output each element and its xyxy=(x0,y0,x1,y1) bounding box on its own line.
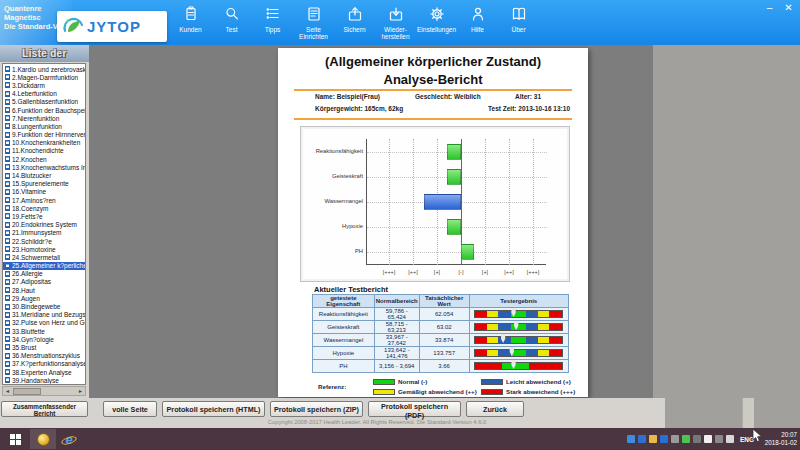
column-header: getestete Eigenschaft xyxy=(313,295,375,308)
tray-icon-2[interactable] xyxy=(638,435,646,443)
toolbar-wiederherstellen[interactable]: Wieder- herstellen xyxy=(375,4,416,41)
sidebar-report-item[interactable]: 17.Aminos?ren xyxy=(3,196,85,204)
report-list-hscrollbar[interactable]: ◄ ► xyxy=(2,386,86,396)
patient-age: Alter: 31 xyxy=(515,93,541,100)
summary-report-button[interactable]: Zusammenfassender Bericht xyxy=(1,401,88,417)
result-bar-segment-yellow xyxy=(487,311,498,317)
sidebar-report-item[interactable]: 10.Knochenkrankheiten xyxy=(3,139,85,147)
sidebar-report-item[interactable]: 21.Immunsystem xyxy=(3,229,85,237)
scroll-right-arrow-icon[interactable]: ► xyxy=(76,388,85,394)
sidebar-item-label: 31.Meridiane und Bezugssysteme xyxy=(12,311,86,318)
taskbar-app-browser[interactable]: e xyxy=(56,429,82,449)
sidebar-report-item[interactable]: 27.Adipositas xyxy=(3,278,85,286)
sidebar-item-label: 10.Knochenkrankheiten xyxy=(12,139,80,146)
scroll-left-arrow-icon[interactable]: ◄ xyxy=(3,388,12,394)
tray-icon-10[interactable] xyxy=(726,435,734,443)
sidebar-report-item[interactable]: 36.Menstruationszyklus xyxy=(3,352,85,360)
sidebar-report-item[interactable]: 1.Kardio und zerebrovaskul?es Sy xyxy=(3,65,85,73)
result-bar-segment-red xyxy=(475,337,486,343)
toolbar-hilfe[interactable]: Hilfe xyxy=(457,4,498,41)
sidebar-report-item[interactable]: 26.Allergie xyxy=(3,270,85,278)
report-document-icon xyxy=(5,320,10,326)
sidebar-report-item[interactable]: 14.Blutzucker xyxy=(3,171,85,179)
toolbar-seite-einrichten[interactable]: Seite Einrichten xyxy=(293,4,334,41)
table-row: Wassermangel33,967 - 37,64233.874 xyxy=(313,334,569,347)
save-html-button[interactable]: Protokoll speichern (HTML) xyxy=(162,401,265,417)
sidebar-report-item[interactable]: 13.Knochenwachstums Index xyxy=(3,163,85,171)
result-bar-segment-yellow xyxy=(538,311,549,317)
sidebar-report-item[interactable]: 33.Blutfette xyxy=(3,327,85,335)
toolbar-test[interactable]: Test xyxy=(211,4,252,41)
sidebar-report-item[interactable]: 3.Dickdarm xyxy=(3,81,85,89)
sidebar-report-item[interactable]: 5.Gallenblasenfunktion xyxy=(3,98,85,106)
result-bar xyxy=(474,349,563,357)
sidebar-report-item[interactable]: 2.Magen-Darmfunktion xyxy=(3,73,85,81)
sidebar-report-item[interactable]: 31.Meridiane und Bezugssysteme xyxy=(3,311,85,319)
hscroll-thumb[interactable] xyxy=(13,388,41,395)
patient-gender: Geschlecht: Weiblich xyxy=(415,93,481,100)
taskbar-app-analyzer[interactable] xyxy=(30,429,56,449)
sidebar-report-item[interactable]: 18.Coenzym xyxy=(3,204,85,212)
save-pdf-button[interactable]: Protokoll speichern (PDF) xyxy=(368,401,461,417)
windows-taskbar: e ENG 20:07 2018-01-02 xyxy=(0,428,800,450)
tray-icon-1[interactable] xyxy=(627,435,635,443)
sidebar-report-item[interactable]: 19.Fetts?e xyxy=(3,212,85,220)
sidebar-item-label: 13.Knochenwachstums Index xyxy=(12,164,86,171)
sidebar-report-item[interactable]: 23.Homotoxine xyxy=(3,245,85,253)
sidebar-report-item[interactable]: 34.Gyn?ologie xyxy=(3,335,85,343)
tray-icon-6[interactable] xyxy=(682,435,690,443)
minimize-button[interactable]: – xyxy=(763,2,776,13)
report-list: 1.Kardio und zerebrovaskul?es Sy2.Magen-… xyxy=(2,63,86,385)
tray-icon-7[interactable] xyxy=(693,435,701,443)
test-result-cell xyxy=(469,308,568,321)
tray-icon-9[interactable] xyxy=(715,435,723,443)
tray-language-indicator[interactable]: ENG xyxy=(740,436,754,443)
sidebar-report-item[interactable]: 12.Knochen xyxy=(3,155,85,163)
sidebar-report-item[interactable]: 30.Bindegewebe xyxy=(3,302,85,310)
test-icon xyxy=(224,6,240,23)
sidebar-report-item[interactable]: 38.Experten Analyse xyxy=(3,368,85,376)
sidebar-report-item[interactable]: 8.Lungenfunktion xyxy=(3,122,85,130)
property-cell: Wassermangel xyxy=(313,334,375,347)
full-page-button[interactable]: volle Seite xyxy=(103,401,157,417)
tray-icon-5[interactable] xyxy=(671,435,679,443)
sidebar-report-item[interactable]: 9.Funktion der Hirnnerven xyxy=(3,131,85,139)
back-button[interactable]: Zurück xyxy=(466,401,524,417)
start-button[interactable] xyxy=(0,428,30,450)
report-document-icon xyxy=(5,263,10,269)
sidebar-report-item[interactable]: 32.Pulse von Herz und Gehirn xyxy=(3,319,85,327)
save-zip-button[interactable]: Protokoll speichern (ZIP) xyxy=(270,401,363,417)
sidebar-report-item[interactable]: 11.Knochendichte xyxy=(3,147,85,155)
sidebar-report-item[interactable]: 22.Schilddr?e xyxy=(3,237,85,245)
sidebar-report-item[interactable]: 4.Leberfunktion xyxy=(3,90,85,98)
table-row: PH3,156 - 3,6943.66 xyxy=(313,360,569,373)
toolbar-button-label: Hilfe xyxy=(471,26,484,33)
report-document-icon xyxy=(5,304,10,310)
sidebar-report-item[interactable]: 35.Brust xyxy=(3,343,85,351)
sidebar-report-item[interactable]: 37.K?perfunktionsanalyse xyxy=(3,360,85,368)
window-background xyxy=(665,45,800,398)
toolbar-sichern[interactable]: Sichern xyxy=(334,4,375,41)
result-bar-segment-red xyxy=(475,350,486,356)
sidebar-report-item[interactable]: 7.Nierenfunktion xyxy=(3,114,85,122)
close-button[interactable]: ✕ xyxy=(782,2,795,13)
toolbar-button-label: Kunden xyxy=(179,26,201,33)
toolbar-tipps[interactable]: Tipps xyxy=(252,4,293,41)
sidebar-report-item[interactable]: 24.Schwermetall xyxy=(3,253,85,261)
sidebar-report-item[interactable]: 28.Haut xyxy=(3,286,85,294)
sidebar-report-item[interactable]: 16.Vitamine xyxy=(3,188,85,196)
sidebar-report-item[interactable]: 29.Augen xyxy=(3,294,85,302)
toolbar-einstellungen[interactable]: Einstellungen xyxy=(416,4,457,41)
normal-range-cell: 133,642 - 141,476 xyxy=(374,347,419,360)
sidebar-report-item[interactable]: 6.Funktion der Bauchspeicheldr?e xyxy=(3,106,85,114)
y-category-label: PH xyxy=(303,248,363,254)
sidebar-report-item[interactable]: 25.Allgemeiner k?perlicher Zustan xyxy=(3,262,85,270)
tray-icon-4[interactable] xyxy=(660,435,668,443)
sidebar-report-item[interactable]: 20.Endokrines System xyxy=(3,221,85,229)
tray-icon-3[interactable] xyxy=(649,435,657,443)
toolbar-ueber[interactable]: Über xyxy=(498,4,539,41)
sidebar-report-item[interactable]: 15.Spurenelemente xyxy=(3,180,85,188)
toolbar-kunden[interactable]: Kunden xyxy=(170,4,211,41)
sidebar-report-item[interactable]: 39.Handanalyse xyxy=(3,376,85,384)
tray-icon-8[interactable] xyxy=(704,435,712,443)
